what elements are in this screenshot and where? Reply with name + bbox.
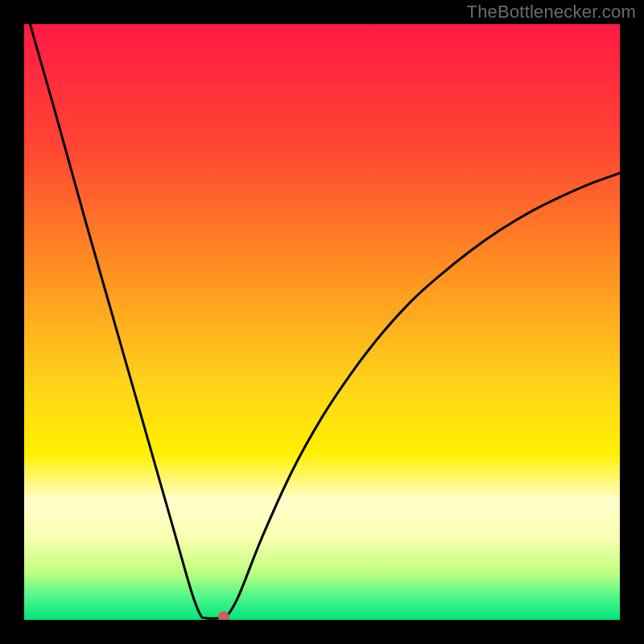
plot-area — [24, 24, 620, 620]
chart-frame: TheBottlenecker.com — [0, 0, 644, 644]
chart-svg — [24, 24, 620, 620]
watermark-text: TheBottlenecker.com — [467, 2, 636, 23]
